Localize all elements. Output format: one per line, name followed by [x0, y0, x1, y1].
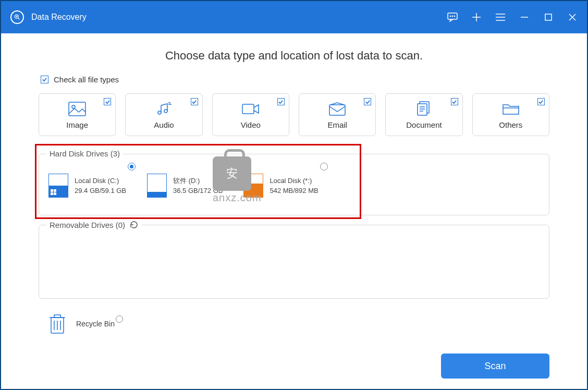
footer: Scan [39, 343, 549, 379]
check-all-row[interactable]: Check all file types [39, 75, 549, 84]
drive-size: 542 MB/892 MB [270, 186, 318, 196]
svg-rect-29 [51, 189, 53, 192]
check-all-label: Check all file types [54, 75, 119, 84]
filetype-label: Email [327, 120, 347, 129]
folder-icon [503, 101, 519, 117]
minimize-icon[interactable] [519, 12, 530, 22]
page-heading: Choose data type and location of lost da… [39, 49, 549, 63]
filetype-label: Others [499, 120, 522, 129]
hdd-section: Hard Disk Drives (3) Local Disk (C:)29.4… [39, 154, 549, 215]
filetype-video[interactable]: Video [212, 93, 289, 136]
svg-rect-14 [545, 14, 552, 20]
main-content: Choose data type and location of lost da… [1, 33, 587, 389]
removable-section: Removable Drives (0) [39, 225, 549, 299]
check-all-checkbox[interactable] [41, 76, 48, 83]
hdd-drives: Local Disk (C:)29.4 GB/59.1 GB软件 (D:)36.… [48, 166, 540, 205]
app-window: Data Recovery Choose data type and locat… [1, 1, 587, 389]
filetype-others[interactable]: Others [472, 93, 549, 136]
filetype-cards: Image Audio Video Email Document [39, 93, 549, 136]
filetype-audio[interactable]: Audio [125, 93, 202, 136]
drive-radio[interactable] [128, 163, 136, 170]
plus-icon[interactable] [471, 12, 482, 22]
drive-info: Local Disk (C:)29.4 GB/59.1 GB [75, 176, 126, 196]
drive-item[interactable]: Local Disk (C:)29.4 GB/59.1 GB [48, 166, 126, 205]
filetype-document-checkbox[interactable] [451, 98, 458, 105]
hdd-section-title: Hard Disk Drives (3) [46, 149, 123, 158]
drive-info: Local Disk (*:)542 MB/892 MB [270, 176, 318, 196]
drive-info: 软件 (D:)36.5 GB/172 GB [173, 176, 223, 196]
email-icon [329, 101, 346, 117]
window-controls [447, 12, 578, 22]
svg-point-19 [158, 111, 161, 114]
scan-button[interactable]: Scan [441, 354, 549, 379]
filetype-label: Video [241, 120, 261, 129]
drive-name: Local Disk (*:) [270, 176, 318, 186]
svg-point-7 [454, 16, 455, 17]
disk-icon [48, 174, 68, 198]
removable-drives [48, 237, 540, 289]
video-icon [242, 101, 260, 117]
app-title: Data Recovery [31, 13, 447, 22]
svg-rect-21 [242, 104, 254, 114]
titlebar: Data Recovery [1, 1, 587, 33]
drive-name: Local Disk (C:) [75, 176, 126, 186]
disk-icon [243, 174, 263, 198]
removable-title-text: Removable Drives (0) [50, 221, 125, 229]
drive-item[interactable]: 软件 (D:)36.5 GB/172 GB [147, 166, 223, 205]
svg-rect-31 [51, 192, 53, 195]
image-icon [68, 101, 86, 117]
disk-icon [147, 174, 167, 198]
drive-radio[interactable] [320, 163, 328, 170]
document-icon [416, 101, 432, 117]
menu-icon[interactable] [495, 12, 506, 22]
drive-radio[interactable] [224, 163, 232, 170]
removable-section-title: Removable Drives (0) [46, 220, 142, 229]
app-logo-icon [10, 10, 24, 24]
feedback-icon[interactable] [447, 12, 458, 22]
svg-rect-30 [54, 189, 56, 192]
filetype-video-checkbox[interactable] [277, 98, 285, 105]
drive-size: 29.4 GB/59.1 GB [75, 186, 126, 196]
filetype-email[interactable]: Email [299, 93, 376, 136]
svg-rect-32 [54, 192, 56, 195]
svg-point-5 [450, 16, 451, 17]
svg-point-20 [164, 109, 167, 113]
svg-rect-24 [418, 104, 427, 115]
svg-line-1 [18, 18, 20, 20]
filetype-label: Image [66, 120, 88, 129]
filetype-label: Audio [154, 120, 174, 129]
drive-item[interactable]: Local Disk (*:)542 MB/892 MB [243, 166, 318, 205]
maximize-icon[interactable] [543, 12, 554, 22]
filetype-document[interactable]: Document [385, 93, 462, 136]
drive-name: 软件 (D:) [173, 176, 223, 186]
trash-icon [48, 312, 67, 335]
audio-icon [156, 101, 172, 117]
filetype-image[interactable]: Image [39, 93, 116, 136]
filetype-email-checkbox[interactable] [364, 98, 371, 105]
filetype-label: Document [406, 120, 442, 129]
filetype-others-checkbox[interactable] [537, 98, 545, 105]
filetype-audio-checkbox[interactable] [191, 98, 198, 105]
refresh-icon[interactable] [129, 220, 139, 229]
svg-rect-22 [329, 105, 345, 115]
close-icon[interactable] [567, 12, 578, 22]
recycle-radio[interactable] [116, 315, 123, 323]
drive-size: 36.5 GB/172 GB [173, 186, 223, 196]
recycle-bin-row[interactable]: Recycle Bin [39, 312, 549, 335]
recycle-label: Recycle Bin [76, 320, 115, 328]
svg-point-6 [452, 16, 453, 17]
filetype-image-checkbox[interactable] [104, 98, 111, 105]
svg-rect-17 [69, 102, 85, 116]
